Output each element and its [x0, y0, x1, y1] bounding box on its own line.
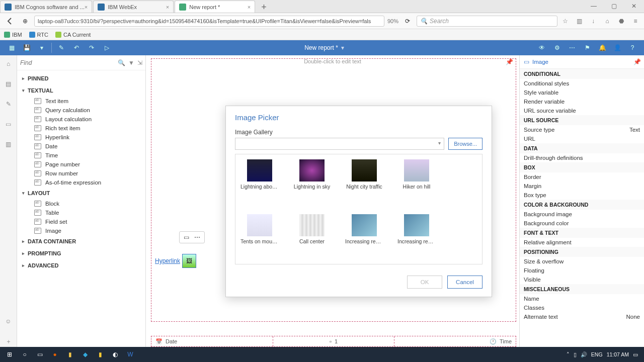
notifications-icon[interactable]: ▭	[633, 351, 638, 357]
gallery-dropdown[interactable]	[235, 138, 444, 150]
footer-page[interactable]: ▫ 1	[273, 336, 395, 346]
footer-time[interactable]: 🕐 Time	[394, 336, 516, 346]
thumb-item[interactable]: Increasing revenue	[397, 214, 436, 259]
tool-date[interactable]: Date	[17, 142, 145, 151]
cancel-button[interactable]: Cancel	[447, 276, 482, 289]
redo-icon[interactable]: ↷	[84, 40, 99, 55]
tool-layout-calc[interactable]: Layout calculation	[17, 115, 145, 124]
prop-bg-color[interactable]: Background color	[520, 219, 644, 228]
footer-date[interactable]: 📅 Date	[151, 336, 273, 346]
close-icon[interactable]: ×	[248, 4, 251, 10]
tray-chevron-icon[interactable]: ˄	[567, 351, 570, 357]
tool-query-calc[interactable]: Query calculation	[17, 106, 145, 115]
word-icon[interactable]: W	[123, 347, 138, 362]
prop-url-source-variable[interactable]: URL source variable	[520, 106, 644, 115]
thumb-item[interactable]: Increasing revenu...	[345, 214, 383, 259]
save-icon[interactable]: 💾	[19, 40, 34, 55]
group-data-container[interactable]: ▸DATA CONTAINER	[17, 235, 145, 247]
undo-icon[interactable]: ↶	[69, 40, 84, 55]
grid-menu-icon[interactable]: ▦	[4, 40, 19, 55]
prop-floating[interactable]: Floating	[520, 266, 644, 275]
home-icon[interactable]: ⌂	[603, 18, 612, 25]
tray-icon[interactable]: ▯	[574, 351, 577, 357]
bookmark-item[interactable]: RTC	[29, 32, 48, 38]
image-object[interactable]: 🖼	[182, 254, 196, 268]
prop-bg-image[interactable]: Background image	[520, 210, 644, 219]
prop-alt-text[interactable]: Alternate textNone	[520, 312, 644, 321]
select-icon[interactable]: ▭	[184, 234, 189, 241]
prop-border[interactable]: Border	[520, 172, 644, 182]
browse-button[interactable]: Browse...	[448, 138, 482, 150]
add-icon[interactable]: ＋	[3, 336, 14, 347]
prop-size-overflow[interactable]: Size & overflow	[520, 257, 644, 266]
browser-tab[interactable]: IBM Cognos software and ...×	[0, 1, 92, 13]
thumb-item[interactable]: Lightning above city	[240, 159, 279, 204]
flag-icon[interactable]: ⚑	[580, 40, 595, 55]
notes-icon[interactable]: ▮	[93, 347, 108, 362]
refresh-button[interactable]: ⟳	[401, 15, 414, 27]
tool-hyperlink[interactable]: Hyperlink	[17, 133, 145, 142]
group-advanced[interactable]: ▸ADVANCED	[17, 259, 145, 272]
thumb-item[interactable]: Call center	[293, 214, 331, 259]
group-prompting[interactable]: ▸PROMPTING	[17, 247, 145, 259]
url-input[interactable]: laptop-oa87udco:9310/bi/?perspective=aut…	[34, 16, 384, 27]
tool-page-number[interactable]: Page number	[17, 160, 145, 169]
search-input[interactable]: 🔍 Search	[417, 16, 557, 27]
browser-tab[interactable]: New report *×	[175, 1, 255, 13]
thumb-item[interactable]: Tents on mountain	[240, 214, 279, 259]
group-textual[interactable]: ▾TEXTUAL	[17, 84, 145, 97]
zoom-level[interactable]: 90%	[387, 18, 398, 24]
expand-icon[interactable]: ⇲	[137, 59, 142, 66]
back-button[interactable]	[4, 15, 16, 27]
maximize-button[interactable]: ▢	[604, 0, 624, 13]
chart-icon[interactable]: ▥	[3, 139, 14, 150]
hyperlink-object[interactable]: Hyperlink	[155, 257, 180, 264]
more-icon[interactable]: ⋯	[565, 40, 580, 55]
reload-button[interactable]: ⊕	[19, 15, 31, 27]
prop-url[interactable]: URL	[520, 134, 644, 143]
pencil-icon[interactable]: ✎	[3, 99, 14, 110]
start-button[interactable]: ⊞	[2, 347, 17, 362]
tool-table[interactable]: Table	[17, 208, 145, 217]
pocket-icon[interactable]: ⬣	[617, 18, 626, 25]
thumb-item[interactable]: Hiker on hill	[397, 159, 436, 204]
chevron-down-icon[interactable]: ▾	[34, 40, 49, 55]
cortana-icon[interactable]: ○	[17, 347, 32, 362]
prop-visible[interactable]: Visible	[520, 275, 644, 284]
group-layout[interactable]: ▾LAYOUT	[17, 187, 145, 199]
prop-classes[interactable]: Classes	[520, 303, 644, 312]
tool-rich-text[interactable]: Rich text item	[17, 124, 145, 133]
settings-icon[interactable]: ⚙	[549, 40, 565, 55]
prop-conditional-styles[interactable]: Conditional styles	[520, 79, 644, 88]
bookmark-item[interactable]: CA Current	[55, 32, 91, 38]
prop-name[interactable]: Name	[520, 294, 644, 303]
prop-source-type[interactable]: Source typeText	[520, 125, 644, 134]
tool-field-set[interactable]: Field set	[17, 217, 145, 226]
preview-icon[interactable]: 👁	[534, 40, 549, 55]
thumb-item[interactable]: Lightning in sky	[293, 159, 331, 204]
language-indicator[interactable]: ENG	[591, 351, 603, 357]
tray-icon[interactable]: 🔊	[581, 351, 587, 358]
tool-image[interactable]: Image	[17, 226, 145, 235]
more-icon[interactable]: ⋯	[194, 234, 200, 241]
report-title[interactable]: New report *▾	[114, 44, 534, 51]
app-icon[interactable]: ◆	[77, 347, 93, 362]
library-icon[interactable]: ▥	[575, 18, 584, 25]
thumb-item[interactable]: Night city traffic	[345, 159, 383, 204]
layers-icon[interactable]: ▤	[3, 78, 14, 89]
user-icon[interactable]: 👤	[610, 40, 625, 55]
explorer-icon[interactable]: ▮	[62, 347, 77, 362]
group-pinned[interactable]: ▸PINNED	[17, 72, 145, 84]
pin-icon[interactable]: 📌	[633, 58, 641, 65]
prop-box-type[interactable]: Box type	[520, 191, 644, 200]
minimize-button[interactable]: —	[584, 0, 604, 13]
ok-button[interactable]: OK	[407, 276, 442, 289]
tool-asof-time[interactable]: As-of-time expression	[17, 178, 145, 187]
filter-icon[interactable]: ▼	[128, 59, 134, 66]
prop-margin[interactable]: Margin	[520, 182, 644, 191]
new-tab-button[interactable]: +	[256, 2, 272, 13]
bookmark-item[interactable]: IBM	[4, 32, 22, 38]
prop-style-variable[interactable]: Style variable	[520, 88, 644, 97]
play-icon[interactable]: ▷	[99, 40, 114, 55]
prop-relative-align[interactable]: Relative alignment	[520, 238, 644, 247]
